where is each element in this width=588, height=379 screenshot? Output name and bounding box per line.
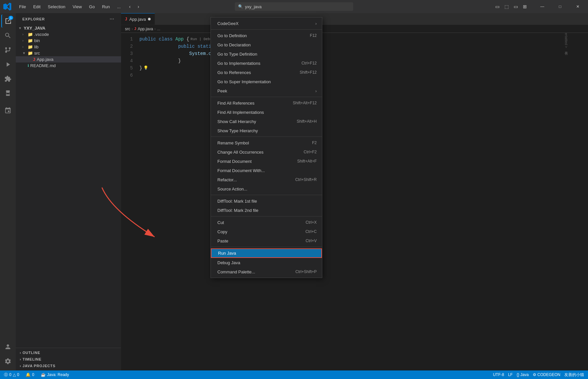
menu-more[interactable]: ... xyxy=(114,3,124,11)
explorer-header: Explorer ⋯ xyxy=(16,13,121,25)
activity-search[interactable] xyxy=(1,29,14,42)
activity-remote[interactable] xyxy=(1,104,14,117)
activity-extensions[interactable] xyxy=(1,72,14,86)
menu-edit[interactable]: Edit xyxy=(30,3,44,11)
ctx-item-cut[interactable]: Cut Ctrl+X xyxy=(211,218,322,227)
ctx-item-call-hierarchy[interactable]: Show Call Hierarchy Shift+Alt+H xyxy=(211,117,322,126)
tree-item-readme[interactable]: ℹ README.md xyxy=(16,63,121,69)
menu-selection[interactable]: Selection xyxy=(44,3,68,11)
ctx-item-copy[interactable]: Copy Ctrl+C xyxy=(211,227,322,236)
ctx-item-find-refs[interactable]: Find All References Shift+Alt+F12 xyxy=(211,98,322,108)
ctx-label-goto-impl: Go to Implementations xyxy=(217,61,302,66)
maximize-button[interactable]: □ xyxy=(552,1,568,12)
global-search-bar[interactable]: 🔍 xyxy=(235,2,353,11)
chevron-right-icon: › xyxy=(20,364,21,368)
search-input[interactable] xyxy=(245,4,350,9)
ctx-item-goto-declaration[interactable]: Go to Declaration xyxy=(211,40,322,49)
ctx-item-difftool-2[interactable]: DiffTool: Mark 2nd file xyxy=(211,206,322,215)
tree-item-bin[interactable]: › 📁 bin xyxy=(16,38,121,44)
breadcrumb-file[interactable]: App.java xyxy=(138,27,153,31)
ctx-item-type-hierarchy[interactable]: Show Type Hierarchy xyxy=(211,126,322,135)
ctx-item-change-all[interactable]: Change All Occurrences Ctrl+F2 xyxy=(211,147,322,157)
activity-explorer[interactable]: 1 xyxy=(1,14,14,28)
ctx-item-goto-impl[interactable]: Go to Implementations Ctrl+F12 xyxy=(211,59,322,68)
new-file-icon[interactable]: ⋯ xyxy=(110,16,114,22)
layout-icon[interactable]: ⊞ xyxy=(522,3,528,10)
status-language[interactable]: {} Java xyxy=(515,372,530,377)
ctx-item-rename[interactable]: Rename Symbol F2 xyxy=(211,138,322,147)
activity-source-control[interactable] xyxy=(1,43,14,57)
menu-view[interactable]: View xyxy=(69,3,85,11)
ctx-item-goto-definition[interactable]: Go to Definition F12 xyxy=(211,31,322,40)
chevron-right-icon: › xyxy=(22,39,28,42)
tab-appjava[interactable]: J App.java xyxy=(121,13,155,25)
ctx-item-codegee[interactable]: CodeGeeX › xyxy=(211,19,322,28)
tree-item-appjava[interactable]: J App.java xyxy=(16,56,121,63)
status-eol[interactable]: LF xyxy=(507,372,514,377)
tree-item-vscode[interactable]: › 📁 .vscode xyxy=(16,31,121,38)
activity-run[interactable] xyxy=(1,58,14,71)
code-line-3: System.out.pri xyxy=(139,50,588,57)
nav-back-button[interactable]: ‹ xyxy=(127,3,133,10)
ctx-item-format-doc-with[interactable]: Format Document With... xyxy=(211,166,322,175)
menu-file[interactable]: File xyxy=(16,3,29,11)
timeline-section[interactable]: › TIMELINE xyxy=(16,356,121,363)
ctx-shortcut-copy: Ctrl+C xyxy=(306,229,317,234)
ctx-item-goto-typedef[interactable]: Go to Type Definition xyxy=(211,49,322,59)
status-codegee[interactable]: ⚙ CODEGEON xyxy=(531,372,562,377)
ctx-shortcut-goto-definition: F12 xyxy=(310,33,317,38)
ctx-item-format-doc[interactable]: Format Document Shift+Alt+F xyxy=(211,157,322,166)
activity-account[interactable] xyxy=(1,340,14,353)
menu-run[interactable]: Run xyxy=(99,3,113,11)
panel-toggle-icon[interactable]: ⬚ xyxy=(503,3,510,10)
bell-icon: 🔔 xyxy=(26,372,31,377)
status-java[interactable]: ☕ Java: Ready xyxy=(39,370,70,379)
nav-forward-button[interactable]: › xyxy=(135,3,142,10)
tree-item-src[interactable]: ▼ 📁 src xyxy=(16,50,121,56)
tree-item-root[interactable]: ▼ YXY_JAVA xyxy=(16,25,121,31)
status-errors[interactable]: ⓪ 0 △ 0 xyxy=(3,370,20,379)
activity-settings[interactable] xyxy=(1,355,14,368)
minimize-button[interactable]: — xyxy=(535,1,550,12)
search-icon: 🔍 xyxy=(238,4,243,9)
tree-item-lib[interactable]: › 📁 lib xyxy=(16,44,121,50)
folder-label-vscode: .vscode xyxy=(34,32,49,37)
ctx-item-debug-java[interactable]: Debug Java xyxy=(211,258,322,267)
status-encoding[interactable]: UTF-8 xyxy=(492,372,505,377)
ctx-item-paste[interactable]: Paste Ctrl+V xyxy=(211,236,322,245)
ctx-item-command-palette[interactable]: Command Palette... Ctrl+Shift+P xyxy=(211,267,322,276)
breadcrumb-more[interactable]: ... xyxy=(157,27,160,31)
status-notifications[interactable]: 🔔 0 xyxy=(24,370,36,379)
lightbulb-icon[interactable]: 💡 xyxy=(143,64,148,72)
menu-go[interactable]: Go xyxy=(86,3,98,11)
ctx-shortcut-goto-impl: Ctrl+F12 xyxy=(302,61,317,65)
ctx-shortcut-command-palette: Ctrl+Shift+P xyxy=(295,269,317,274)
ctx-sep-6 xyxy=(211,247,322,247)
file-tree: ▼ YXY_JAVA › 📁 .vscode › 📁 bin › 📁 lib ▼… xyxy=(16,25,121,348)
secondary-sidebar-icon[interactable]: ▭ xyxy=(512,3,519,10)
chevron-down-icon: ▼ xyxy=(22,51,28,55)
ctx-item-goto-super[interactable]: Go to Super Implementation xyxy=(211,77,322,86)
code-content[interactable]: public class App { Run | Debug public st… xyxy=(137,36,588,368)
outline-section[interactable]: › OUTLINE xyxy=(16,349,121,356)
breadcrumb-src[interactable]: src xyxy=(125,27,130,31)
sidebar-sections: › OUTLINE › TIMELINE › JAVA PROJECTS xyxy=(16,348,121,370)
ctx-sep-4 xyxy=(211,195,322,195)
ctx-item-find-impl[interactable]: Find All Implementations xyxy=(211,108,322,117)
java-status-icon: ☕ xyxy=(41,372,46,377)
status-codegee-label: ⚙ CODEGEON xyxy=(533,372,560,377)
ctx-item-run-java[interactable]: Run Java xyxy=(211,248,322,258)
ctx-item-source-action[interactable]: Source Action... xyxy=(211,184,322,193)
status-notif-count: 0 xyxy=(32,372,34,377)
ctx-item-goto-refs[interactable]: Go to References Shift+F12 xyxy=(211,68,322,77)
close-button[interactable]: ✕ xyxy=(570,1,585,12)
ctx-item-difftool-1[interactable]: DiffTool: Mark 1st file xyxy=(211,196,322,206)
status-cat[interactable]: 友善的小猫 xyxy=(563,372,585,378)
explorer-title: Explorer xyxy=(22,17,45,21)
code-line-4: } xyxy=(139,57,588,64)
java-projects-section[interactable]: › JAVA PROJECTS xyxy=(16,363,121,369)
ctx-item-peek[interactable]: Peek › xyxy=(211,86,322,95)
ctx-item-refactor[interactable]: Refactor... Ctrl+Shift+R xyxy=(211,175,322,184)
activity-test[interactable] xyxy=(1,87,14,100)
sidebar-toggle-icon[interactable]: ▭ xyxy=(494,3,501,10)
